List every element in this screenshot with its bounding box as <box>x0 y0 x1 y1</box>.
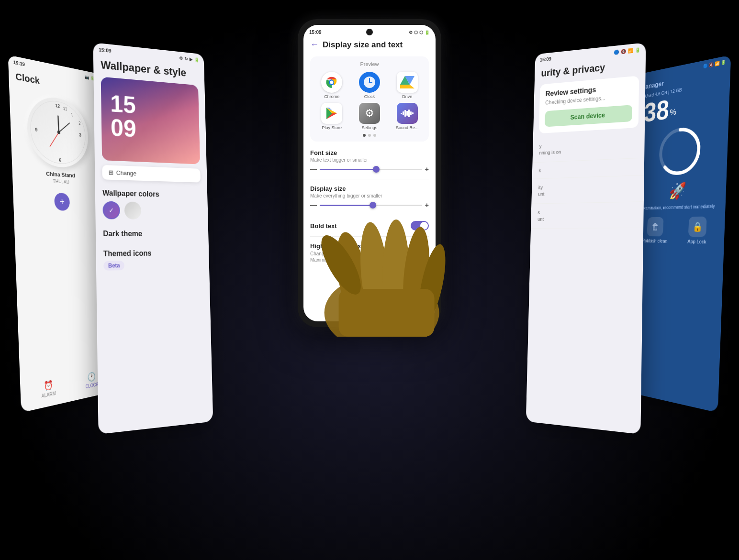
wallpaper-clock-display: 15 09 <box>110 91 136 141</box>
drive-icon <box>397 72 418 93</box>
app-chrome: Chrome <box>315 72 349 99</box>
panel-security: 15:09 🔵 🔇 📶 🔋 urity & privacy Review set… <box>526 43 646 434</box>
svg-line-8 <box>58 116 59 132</box>
status-icons-left: 📷 🔋 <box>85 74 95 80</box>
analog-clock: 12 3 6 9 1 11 2 <box>26 93 90 169</box>
dot-3 <box>373 134 376 137</box>
review-settings-card: Review settings Checking device settings… <box>539 76 639 133</box>
dark-theme-row: Dark theme <box>96 224 209 244</box>
app-settings: ⚙ Settings <box>353 103 387 130</box>
percentage-symbol: % <box>670 107 677 118</box>
app-sound-rec: Sound Re... <box>390 103 424 130</box>
svg-point-40 <box>660 127 700 175</box>
clock-svg: 12 3 6 9 1 11 2 <box>26 93 90 169</box>
progress-arc-svg <box>656 122 704 179</box>
hand-svg <box>305 145 459 337</box>
svg-rect-27 <box>406 111 408 116</box>
rocket-icon: 🚀 <box>634 179 727 202</box>
tab-alarm[interactable]: ⏰ ALARM <box>41 379 56 399</box>
svg-rect-30 <box>412 112 414 114</box>
app-playstore: Play Store <box>315 103 349 130</box>
sound-rec-icon <box>397 103 418 124</box>
svg-marker-23 <box>400 85 414 88</box>
change-wallpaper-button[interactable]: ⊞ Change <box>102 165 201 183</box>
svg-text:2: 2 <box>78 121 81 126</box>
time-left: 15:19 <box>13 59 25 67</box>
svg-rect-37 <box>339 289 435 337</box>
chrome-icon <box>321 72 342 93</box>
app-lock-tool[interactable]: 🔒 App Lock <box>677 216 718 244</box>
settings-icon: ⚙ <box>359 103 380 124</box>
svg-point-15 <box>330 81 334 84</box>
svg-text:9: 9 <box>35 127 38 132</box>
svg-text:6: 6 <box>59 157 62 163</box>
phone-time: 15:09 <box>309 30 322 35</box>
svg-rect-29 <box>410 111 412 115</box>
security-row-4: sunt <box>531 202 644 229</box>
lock-icon: 🔒 <box>688 217 707 237</box>
alarm-icon: ⏰ <box>44 379 53 392</box>
change-icon: ⊞ <box>109 169 114 176</box>
security-row-3: ityunt <box>531 176 644 204</box>
preview-box: Preview <box>310 56 429 142</box>
app-drive: Drive <box>390 72 424 99</box>
beta-badge: Beta <box>103 261 124 271</box>
security-row-1: ynning is on <box>533 132 645 163</box>
circular-progress <box>656 122 704 179</box>
preview-label: Preview <box>315 61 424 67</box>
hand-holding-phone <box>305 145 459 337</box>
svg-text:1: 1 <box>71 112 73 118</box>
swatch-purple[interactable] <box>102 201 120 220</box>
percentage-number: 38 <box>643 96 670 126</box>
time-center-left: 15:09 <box>99 47 112 54</box>
dot-1 <box>363 134 366 137</box>
svg-text:3: 3 <box>79 132 81 138</box>
add-clock-button[interactable]: + <box>54 193 70 211</box>
svg-text:12: 12 <box>55 103 60 109</box>
status-icons-cl: ⚙ ↻ ▶ 🔋 <box>179 55 199 62</box>
clock-app-icon <box>359 72 380 93</box>
playstore-icon <box>321 103 342 124</box>
center-phone-container: 15:09 ⚙ ⬡ ⬡ 🔋 ← Display size and text Pr… <box>293 19 446 327</box>
display-settings-title: Display size and text <box>323 40 403 50</box>
panel-wallpaper: 15:09 ⚙ ↻ ▶ 🔋 Wallpaper & style 15 09 ⊞ … <box>93 43 213 434</box>
svg-text:11: 11 <box>63 106 67 112</box>
preview-apps-grid: Chrome Clock <box>315 72 424 130</box>
tab-clock[interactable]: 🕐 CLOCK <box>85 371 98 389</box>
preview-dots <box>315 134 424 137</box>
wallpaper-preview[interactable]: 15 09 <box>101 77 200 164</box>
phone-notch <box>366 29 373 35</box>
security-rows: ynning is on k ityunt sunt <box>531 132 645 229</box>
app-clock: Clock <box>353 72 387 99</box>
time-cr: 15:09 <box>540 56 551 62</box>
themed-icons-row: Themed icons Beta <box>96 243 209 277</box>
phone-status-icons: ⚙ ⬡ ⬡ 🔋 <box>409 30 430 35</box>
wallpaper-colors-title: Wallpaper colors <box>95 184 208 203</box>
svg-rect-28 <box>408 110 410 117</box>
svg-rect-26 <box>404 110 406 117</box>
dot-2 <box>368 134 371 137</box>
svg-point-19 <box>369 82 370 83</box>
svg-rect-25 <box>403 111 404 115</box>
swatch-gray[interactable] <box>124 201 142 219</box>
status-icons-cr: 🔵 🔇 📶 🔋 <box>614 47 640 55</box>
back-arrow-icon[interactable]: ← <box>310 40 319 50</box>
scan-device-button[interactable]: Scan device <box>545 105 632 127</box>
rubbish-icon: 🗑 <box>647 217 663 237</box>
color-swatches <box>95 201 208 224</box>
display-settings-header: ← Display size and text <box>303 36 436 53</box>
right-tools-grid: 🗑 Rubbish clean 🔒 App Lock <box>631 209 725 253</box>
svg-rect-24 <box>401 113 402 114</box>
clock-tab-icon: 🕐 <box>87 371 96 383</box>
